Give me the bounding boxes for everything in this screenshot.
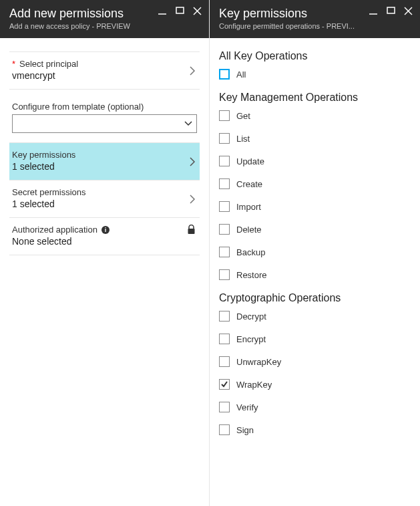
pane-header: Key permissions Configure permitted oper… <box>210 0 420 38</box>
checkbox-label: Import <box>236 202 261 212</box>
field-label: Secret permissions <box>12 187 86 197</box>
checkbox-sign[interactable] <box>219 424 230 435</box>
maximize-button[interactable] <box>385 5 396 16</box>
checkbox-unwrapkey[interactable] <box>219 356 230 367</box>
close-button[interactable] <box>403 5 413 16</box>
template-field: Configure from template (optional) <box>12 102 197 133</box>
chevron-down-icon <box>184 121 192 126</box>
checkbox-row: Delete <box>219 224 411 235</box>
field-value: None selected <box>12 236 197 247</box>
checkbox-row: Sign <box>219 424 411 435</box>
checkbox-row: Encrypt <box>219 334 411 344</box>
checkbox-row: Create <box>219 178 411 189</box>
checkbox-row: Decrypt <box>219 311 411 322</box>
chevron-right-icon <box>190 157 196 166</box>
checkbox-update[interactable] <box>219 156 230 166</box>
svg-rect-1 <box>176 7 184 13</box>
field-label: Configure from template (optional) <box>12 102 197 112</box>
section-heading-mgmt: Key Management Operations <box>219 92 411 104</box>
checkbox-label: WrapKey <box>236 380 272 390</box>
checkbox-label: Decrypt <box>236 311 266 322</box>
checkbox-wrapkey[interactable] <box>219 379 230 390</box>
section-heading-crypto: Cryptographic Operations <box>219 292 411 304</box>
checkbox-row: Backup <box>219 247 411 257</box>
checkbox-all[interactable] <box>219 69 230 80</box>
authorized-application-item[interactable]: Authorized application i None selected <box>9 218 200 255</box>
pane-subtitle: Add a new access policy - PREVIEW <box>9 22 200 30</box>
field-value: vmencrypt <box>12 70 197 81</box>
svg-rect-4 <box>188 229 195 234</box>
checkbox-row: UnwrapKey <box>219 356 411 367</box>
checkbox-row-all: All <box>219 69 411 80</box>
secret-permissions-item[interactable]: Secret permissions 1 selected <box>9 180 200 218</box>
key-permissions-content: All Key Operations All Key Management Op… <box>210 38 420 506</box>
field-label: Select principal <box>19 59 78 69</box>
field-label: Authorized application <box>12 225 97 235</box>
checkbox-row: List <box>219 133 411 144</box>
checkbox-label: All <box>236 70 246 80</box>
template-select[interactable] <box>12 114 197 133</box>
checkbox-label: Verify <box>236 402 258 412</box>
field-value: 1 selected <box>12 161 197 172</box>
chevron-right-icon <box>190 195 196 204</box>
checkbox-label: Sign <box>236 425 254 435</box>
checkbox-label: List <box>236 134 250 144</box>
checkbox-row: Restore <box>219 269 411 280</box>
svg-rect-6 <box>387 7 395 13</box>
checkbox-label: Update <box>236 156 264 166</box>
chevron-right-icon <box>190 66 196 76</box>
info-icon: i <box>101 226 110 234</box>
checkbox-encrypt[interactable] <box>219 334 230 344</box>
minimize-button[interactable] <box>157 5 168 16</box>
section-heading-all: All Key Operations <box>219 50 411 62</box>
checkbox-label: Encrypt <box>236 334 266 344</box>
checkbox-label: Restore <box>236 270 267 280</box>
field-value: 1 selected <box>12 199 197 209</box>
checkbox-row: Verify <box>219 402 411 412</box>
pane-header: Add new permissions Add a new access pol… <box>0 0 209 38</box>
checkbox-decrypt[interactable] <box>219 311 230 322</box>
key-permissions-pane: Key permissions Configure permitted oper… <box>210 0 420 506</box>
checkbox-list[interactable] <box>219 133 230 144</box>
checkbox-restore[interactable] <box>219 269 230 280</box>
field-label: Key permissions <box>12 150 75 160</box>
select-principal-item[interactable]: *Select principal vmencrypt <box>9 51 200 90</box>
checkbox-row: WrapKey <box>219 379 411 390</box>
checkbox-verify[interactable] <box>219 402 230 412</box>
required-marker: * <box>12 59 15 69</box>
checkbox-label: UnwrapKey <box>236 357 281 367</box>
add-permissions-pane: Add new permissions Add a new access pol… <box>0 0 210 506</box>
checkbox-get[interactable] <box>219 110 230 121</box>
checkbox-create[interactable] <box>219 178 230 189</box>
checkbox-backup[interactable] <box>219 247 230 257</box>
checkbox-label: Delete <box>236 225 262 235</box>
checkbox-label: Backup <box>236 247 265 257</box>
checkbox-import[interactable] <box>219 201 230 212</box>
maximize-button[interactable] <box>174 5 185 16</box>
checkbox-delete[interactable] <box>219 224 230 235</box>
pane-subtitle: Configure permitted operations - PREVI..… <box>219 22 411 30</box>
checkbox-row: Import <box>219 201 411 212</box>
checkbox-row: Get <box>219 110 411 121</box>
close-button[interactable] <box>192 5 202 16</box>
minimize-button[interactable] <box>368 5 379 16</box>
lock-icon <box>187 225 196 235</box>
checkbox-label: Get <box>236 111 250 121</box>
checkbox-row: Update <box>219 156 411 166</box>
checkbox-label: Create <box>236 179 262 189</box>
key-permissions-item[interactable]: Key permissions 1 selected <box>9 142 200 180</box>
